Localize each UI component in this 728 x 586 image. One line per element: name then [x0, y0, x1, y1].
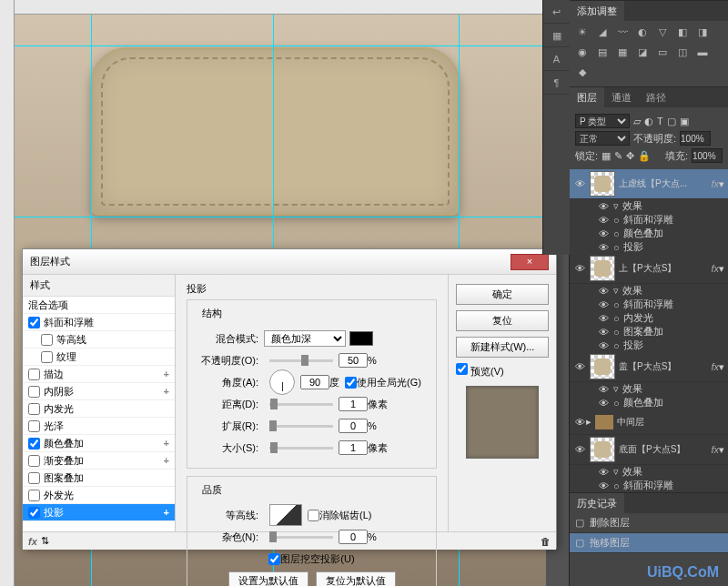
visibility-icon[interactable]: 👁: [597, 467, 610, 478]
style-row[interactable]: 斜面和浮雕: [23, 314, 175, 331]
channel-mixer-icon[interactable]: ▤: [595, 46, 610, 61]
char-icon[interactable]: A: [543, 47, 570, 71]
tab-layers[interactable]: 图层: [570, 87, 604, 107]
style-checkbox[interactable]: [28, 369, 40, 380]
visibility-icon[interactable]: 👁: [597, 201, 610, 212]
adjustments-tab[interactable]: 添加调整: [570, 1, 624, 21]
fx-badge[interactable]: fx: [711, 444, 719, 455]
visibility-icon[interactable]: 👁: [597, 340, 610, 351]
spread-input[interactable]: [339, 419, 368, 433]
chevron-up-down-icon[interactable]: ⇅: [41, 535, 49, 547]
ruler-vertical[interactable]: [0, 0, 15, 586]
exposure-icon[interactable]: ◐: [635, 26, 650, 41]
layer-row[interactable]: 👁上【P大点S】fx▾: [570, 254, 728, 284]
lock-all-icon[interactable]: 🔒: [638, 150, 651, 162]
visibility-icon[interactable]: 👁: [573, 361, 586, 372]
ok-button[interactable]: 确定: [456, 284, 549, 305]
lock-position-icon[interactable]: ✥: [626, 150, 634, 162]
bw-icon[interactable]: ◨: [695, 26, 710, 41]
style-row[interactable]: 描边+: [23, 366, 175, 383]
style-checkbox[interactable]: [28, 438, 40, 450]
chevron-right-icon[interactable]: ▸: [586, 416, 592, 428]
layer-thumbnail[interactable]: [590, 256, 615, 281]
layer-opacity-input[interactable]: [680, 131, 711, 146]
layer-blend-select[interactable]: 正常: [575, 131, 630, 146]
selective-color-icon[interactable]: ◆: [575, 66, 590, 81]
close-button[interactable]: ×: [511, 254, 549, 270]
threshold-icon[interactable]: ◫: [675, 46, 690, 61]
style-checkbox[interactable]: [28, 386, 40, 398]
posterize-icon[interactable]: ▭: [655, 46, 670, 61]
chevron-down-icon[interactable]: ▾: [719, 444, 724, 456]
trash-icon[interactable]: 🗑: [541, 536, 551, 547]
style-checkbox[interactable]: [28, 420, 40, 432]
lookup-icon[interactable]: ▦: [615, 46, 630, 61]
new-style-button[interactable]: 新建样式(W)...: [456, 337, 549, 358]
effect-row[interactable]: 👁○颜色叠加: [570, 227, 728, 240]
curves-icon[interactable]: 〰: [615, 26, 630, 41]
make-default-button[interactable]: 设置为默认值: [228, 571, 308, 587]
fx-badge[interactable]: fx: [711, 263, 719, 274]
chevron-down-icon[interactable]: ▾: [719, 263, 724, 275]
noise-slider[interactable]: [269, 536, 333, 539]
chevron-down-icon[interactable]: ▾: [719, 178, 724, 190]
style-checkbox[interactable]: [28, 490, 40, 501]
global-light-checkbox[interactable]: [345, 377, 357, 389]
fx-badge[interactable]: fx: [711, 178, 719, 189]
effect-row[interactable]: 👁○投影: [570, 338, 728, 352]
style-checkbox[interactable]: [28, 317, 40, 328]
visibility-icon[interactable]: 👁: [597, 228, 610, 239]
visibility-icon[interactable]: 👁: [597, 480, 610, 491]
style-checkbox[interactable]: [41, 351, 53, 363]
opacity-input[interactable]: [339, 353, 368, 368]
brightness-icon[interactable]: ☀: [575, 26, 590, 41]
distance-input[interactable]: [339, 397, 368, 411]
antialias-checkbox[interactable]: [308, 510, 319, 521]
filter-shape-icon[interactable]: ▢: [667, 116, 676, 127]
dialog-titlebar[interactable]: 图层样式 ×: [23, 249, 556, 275]
ruler-horizontal[interactable]: [0, 0, 546, 15]
layer-kind-filter[interactable]: P 类型: [575, 114, 630, 128]
distance-slider[interactable]: [269, 403, 333, 406]
knockout-checkbox[interactable]: [268, 553, 280, 565]
filter-type-icon[interactable]: T: [657, 116, 663, 126]
effect-row[interactable]: 👁○斜面和浮雕: [570, 479, 728, 492]
style-row[interactable]: 外发光: [23, 487, 175, 504]
angle-input[interactable]: [300, 375, 329, 389]
effects-header[interactable]: 👁▿效果: [570, 465, 728, 479]
chevron-down-icon[interactable]: ▾: [719, 361, 724, 373]
angle-dial[interactable]: [269, 369, 295, 395]
plus-icon[interactable]: +: [164, 386, 169, 397]
visibility-icon[interactable]: 👁: [573, 178, 586, 189]
effect-row[interactable]: 👁○斜面和浮雕: [570, 213, 728, 227]
visibility-icon[interactable]: 👁: [597, 286, 610, 297]
effects-header[interactable]: 👁▿效果: [570, 199, 728, 213]
para-icon[interactable]: ¶: [543, 71, 570, 95]
style-row[interactable]: 内发光: [23, 400, 175, 418]
effects-header[interactable]: 👁▿效果: [570, 382, 728, 396]
visibility-icon[interactable]: 👁: [573, 444, 586, 455]
reset-default-button[interactable]: 复位为默认值: [316, 571, 396, 587]
visibility-icon[interactable]: 👁: [573, 263, 586, 274]
effect-row[interactable]: 👁○内发光: [570, 311, 728, 325]
effect-row[interactable]: 👁○投影: [570, 240, 728, 254]
hue-icon[interactable]: ◧: [675, 26, 690, 41]
noise-input[interactable]: [339, 530, 368, 544]
effect-row[interactable]: 👁○斜面和浮雕: [570, 298, 728, 311]
effect-row[interactable]: 👁○颜色叠加: [570, 396, 728, 409]
style-checkbox[interactable]: [28, 472, 40, 484]
layer-row[interactable]: 👁底面【P大点S】fx▾: [570, 435, 728, 465]
tab-channels[interactable]: 通道: [604, 87, 639, 107]
layer-fill-input[interactable]: [692, 148, 723, 163]
effect-row[interactable]: 👁○图案叠加: [570, 325, 728, 338]
invert-icon[interactable]: ◪: [635, 46, 650, 61]
filter-image-icon[interactable]: ▱: [633, 116, 641, 127]
visibility-icon[interactable]: 👁: [597, 384, 610, 395]
shadow-color-swatch[interactable]: [349, 331, 373, 346]
visibility-icon[interactable]: 👁: [597, 313, 610, 324]
visibility-icon[interactable]: 👁: [597, 299, 610, 310]
style-checkbox[interactable]: [41, 334, 53, 346]
style-row[interactable]: 内阴影+: [23, 383, 175, 400]
visibility-icon[interactable]: 👁: [573, 417, 586, 428]
cancel-button[interactable]: 复位: [456, 310, 549, 331]
